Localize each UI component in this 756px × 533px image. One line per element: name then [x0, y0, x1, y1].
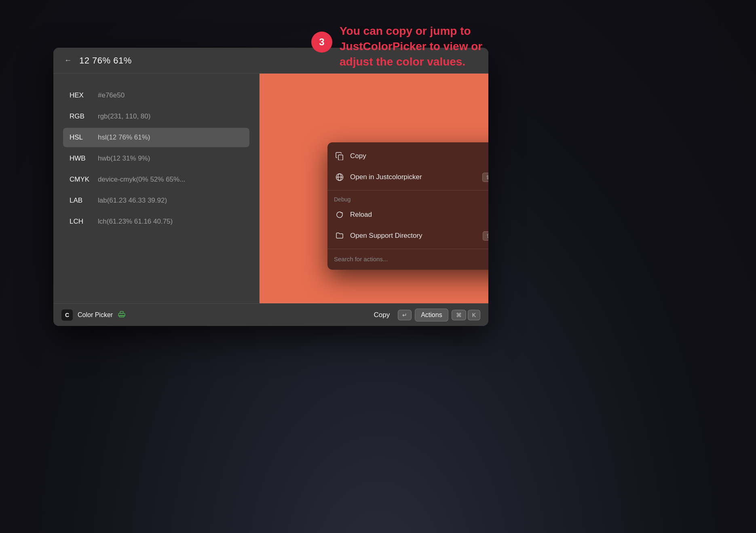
open-picker-shortcuts: ⇧ ⌘ ↵ — [482, 173, 488, 182]
copy-button[interactable]: Copy — [369, 309, 395, 321]
color-row-hwb[interactable]: HWBhwb(12 31% 9%) — [63, 149, 249, 168]
color-label-hsl: HSL — [70, 133, 98, 142]
color-label-lab: LAB — [70, 197, 98, 205]
color-value-lab: lab(61.23 46.33 39.92) — [98, 197, 167, 205]
color-row-lab[interactable]: LABlab(61.23 46.33 39.92) — [63, 191, 249, 210]
bottom-bar: C Color Picker Copy ↵ Actions ⌘ K — [53, 303, 488, 326]
window-title: 12 76% 61% — [79, 55, 132, 66]
color-value-rgb: rgb(231, 110, 80) — [98, 112, 150, 121]
color-label-hwb: HWB — [70, 154, 98, 163]
color-value-lch: lch(61.23% 61.16 40.75) — [98, 218, 173, 226]
app-icon: C — [61, 309, 73, 321]
reload-label: Reload — [350, 211, 488, 219]
reload-icon — [334, 209, 345, 220]
color-value-hwb: hwb(12 31% 9%) — [98, 154, 150, 163]
menu-item-copy[interactable]: Copy ↵ — [327, 146, 488, 167]
support-dir-label: Open Support Directory — [350, 232, 483, 240]
color-preview-panel: Copy ↵ Open in Justcolorpicker — [260, 74, 488, 303]
main-content: HEX#e76e50RGBrgb(231, 110, 80)HSLhsl(12 … — [53, 74, 488, 303]
back-button[interactable]: ← — [61, 54, 74, 67]
support-shortcuts: ⇧ ⌘ S — [483, 231, 488, 241]
app-name: Color Picker — [78, 311, 113, 319]
menu-divider2 — [327, 249, 488, 249]
menu-item-reload[interactable]: Reload ⌘ R — [327, 204, 488, 225]
menu-divider — [327, 190, 488, 190]
color-row-rgb[interactable]: RGBrgb(231, 110, 80) — [63, 107, 249, 126]
shift-key2: ⇧ — [483, 231, 488, 241]
color-row-cmyk[interactable]: CMYKdevice-cmyk(0% 52% 65%... — [63, 170, 249, 189]
app-window: ← 12 76% 61% HEX#e76e50RGBrgb(231, 110, … — [53, 48, 488, 326]
step-badge: 3 — [311, 32, 332, 53]
color-label-rgb: RGB — [70, 112, 98, 121]
actions-button[interactable]: Actions — [415, 309, 448, 321]
color-value-hsl: hsl(12 76% 61%) — [98, 133, 150, 142]
open-picker-label: Open in Justcolorpicker — [350, 173, 482, 181]
enter-key-bottom: ↵ — [398, 310, 412, 320]
copy-label: Copy — [350, 152, 488, 160]
menu-item-support[interactable]: Open Support Directory ⇧ ⌘ S — [327, 225, 488, 246]
menu-item-open-picker[interactable]: Open in Justcolorpicker ⇧ ⌘ ↵ — [327, 167, 488, 188]
annotation-text: You can copy or jump to JustColorPicker … — [340, 23, 493, 69]
color-row-hex[interactable]: HEX#e76e50 — [63, 86, 249, 105]
cmd-k-shortcuts: ⌘ K — [452, 310, 480, 320]
printer-icon — [118, 310, 126, 320]
color-row-hsl[interactable]: HSLhsl(12 76% 61%) — [63, 128, 249, 147]
svg-rect-0 — [338, 155, 343, 160]
folder-icon — [334, 230, 345, 241]
cmd-key-bottom: ⌘ — [452, 310, 466, 320]
menu-search-placeholder: Search for actions... — [327, 252, 488, 266]
k-key-bottom: K — [468, 310, 480, 320]
bottom-left: C Color Picker — [61, 309, 126, 321]
color-row-lch[interactable]: LCHlch(61.23% 61.16 40.75) — [63, 212, 249, 231]
color-label-cmyk: CMYK — [70, 176, 98, 184]
globe-icon — [334, 171, 345, 183]
color-value-hex: #e76e50 — [98, 91, 125, 99]
color-values-panel: HEX#e76e50RGBrgb(231, 110, 80)HSLhsl(12 … — [53, 74, 260, 303]
bottom-right: Copy ↵ Actions ⌘ K — [369, 309, 481, 321]
color-value-cmyk: device-cmyk(0% 52% 65%... — [98, 176, 185, 184]
copy-icon — [334, 150, 345, 162]
shift-key: ⇧ — [482, 173, 488, 182]
context-menu: Copy ↵ Open in Justcolorpicker — [327, 142, 488, 270]
color-label-lch: LCH — [70, 218, 98, 226]
debug-section-label: Debug — [327, 193, 488, 204]
color-label-hex: HEX — [70, 91, 98, 99]
